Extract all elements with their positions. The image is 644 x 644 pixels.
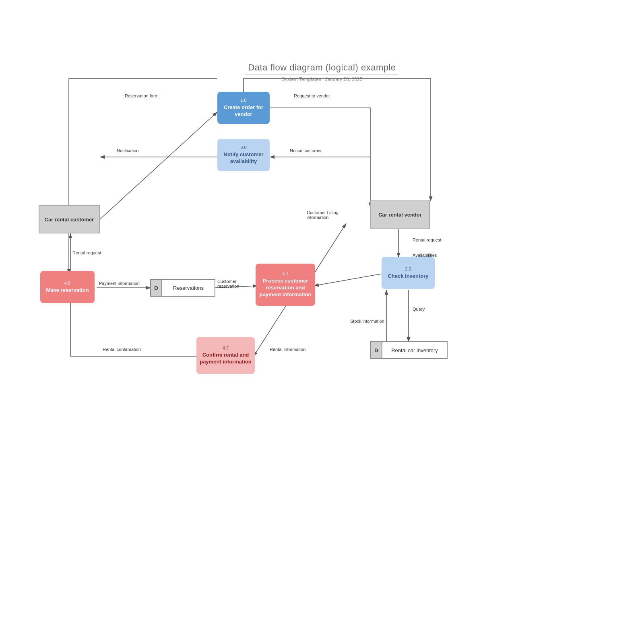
- label-stock-information: Stock information: [350, 319, 384, 324]
- label-rental-request-right: Rental request: [413, 237, 442, 242]
- node-2-0-id: 2.0: [405, 266, 411, 271]
- label-rental-request-left: Rental request: [72, 250, 101, 255]
- diagram-container: Data flow diagram (logical) example Syst…: [0, 0, 644, 644]
- entity-customer-label: Car rental customer: [45, 217, 94, 223]
- label-payment-info: Payment information: [99, 281, 140, 286]
- node-4-1[interactable]: 4.1 Process customerreservation andpayme…: [256, 264, 315, 306]
- label-rental-confirmation: Rental confirmation: [103, 347, 141, 352]
- diagram-title: Data flow diagram (logical) example Syst…: [0, 62, 644, 82]
- entity-vendor-label: Car rental vendor: [378, 212, 422, 218]
- node-4-2-label: Confirm rental andpayment information: [200, 352, 252, 365]
- node-4-0-label: Make reservation: [46, 287, 89, 294]
- node-3-0-label: Notify customeravailability: [224, 151, 264, 165]
- node-2-0-label: Check inventory: [388, 273, 428, 280]
- node-4-0-id: 4.0: [64, 281, 70, 285]
- datastore-reservations: D Reservations: [150, 279, 215, 297]
- page-title: Data flow diagram (logical) example: [0, 62, 644, 73]
- node-2-0[interactable]: 2.0 Check inventory: [382, 257, 435, 289]
- entity-vendor: Car rental vendor: [370, 200, 430, 229]
- title-underline: [246, 74, 398, 75]
- svg-line-9: [314, 274, 382, 286]
- subtitle: System Templates | January 28, 2025: [0, 76, 644, 82]
- node-1-0-label: Create order forvendor: [224, 104, 263, 118]
- node-3-0-id: 3.0: [240, 145, 246, 150]
- label-notification: Notification: [117, 148, 138, 153]
- svg-line-1: [100, 112, 217, 219]
- label-customer-billing: Customer billinginformation: [307, 210, 339, 220]
- node-4-2[interactable]: 4.2 Confirm rental andpayment informatio…: [196, 337, 255, 374]
- datastore-label-reservations: Reservations: [162, 279, 215, 297]
- node-4-1-id: 4.1: [282, 271, 288, 276]
- label-rental-information: Rental information: [270, 347, 305, 352]
- node-3-0[interactable]: 3.0 Notify customeravailability: [217, 139, 270, 171]
- datastore-d-rental: D: [370, 341, 382, 359]
- label-reservation-form: Reservation form: [125, 93, 159, 98]
- label-query: Query: [413, 307, 425, 312]
- svg-line-12: [314, 223, 346, 274]
- label-request-vendor: Request to vendor: [294, 93, 330, 98]
- label-notice-customer: Notice customer: [290, 148, 322, 153]
- node-4-2-id: 4.2: [223, 345, 229, 350]
- datastore-d-reservations: D: [150, 279, 162, 297]
- label-customer-reservation: Customerreservation: [217, 279, 239, 289]
- entity-customer: Car rental customer: [39, 205, 100, 233]
- node-4-1-label: Process customerreservation andpayment i…: [260, 278, 312, 298]
- node-1-0[interactable]: 1.0 Create order forvendor: [217, 92, 270, 124]
- node-4-0[interactable]: 4.0 Make reservation: [40, 271, 95, 303]
- datastore-rental-inv: D Rental car inventory: [370, 341, 448, 359]
- node-1-0-id: 1.0: [240, 98, 246, 103]
- datastore-label-rental: Rental car inventory: [382, 341, 448, 359]
